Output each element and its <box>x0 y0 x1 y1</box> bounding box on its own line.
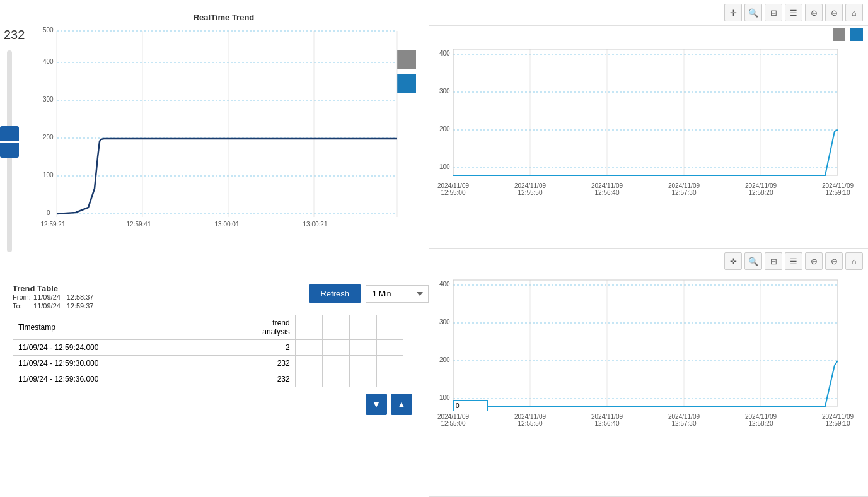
toolbar-zoom-out-btn[interactable]: ⊖ <box>825 4 843 21</box>
bottom-toolbar: ✛ 🔍 ⊟ ☰ ⊕ ⊖ ⌂ <box>429 248 868 274</box>
br-x-5: 2024/11/09 <box>745 413 777 420</box>
row2-timestamp: 11/09/24 - 12:59:30.000 <box>13 356 245 371</box>
toolbar-list-btn[interactable]: ☰ <box>785 4 802 21</box>
row2-e2 <box>322 356 349 371</box>
br-x-5b: 12:58:20 <box>749 420 773 427</box>
col-empty-4 <box>377 315 403 340</box>
trend-table-title: Trend Table <box>13 284 93 293</box>
main-container: 232 RealTime Trend 500 <box>0 0 868 497</box>
row3-e2 <box>322 371 349 387</box>
y-label-500: 500 <box>43 26 54 33</box>
nav-up-button[interactable]: ▲ <box>391 394 412 415</box>
refresh-button[interactable]: Refresh <box>309 284 361 303</box>
row2-e4 <box>377 356 403 371</box>
toolbar-home-btn[interactable]: ⌂ <box>845 4 863 21</box>
br-x-6: 2024/11/09 <box>822 413 854 420</box>
row3-e1 <box>295 371 322 387</box>
row1-e1 <box>295 340 322 356</box>
chart-input-fo[interactable] <box>453 400 491 412</box>
x-label-2: 12:59:41 <box>127 221 151 228</box>
row3-e3 <box>350 371 377 387</box>
bottom-toolbar-zoom-out-btn[interactable]: ⊖ <box>825 252 843 270</box>
row1-e4 <box>377 340 403 356</box>
col-timestamp: Timestamp <box>13 315 245 340</box>
tr-x-5: 2024/11/09 <box>745 182 777 189</box>
tr-y-200: 200 <box>439 126 450 132</box>
tr-x-2b: 12:55:50 <box>518 189 543 196</box>
toolbar-zoom-in-btn[interactable]: ⊕ <box>805 4 823 21</box>
table-row: 11/09/24 - 12:59:24.000 2 <box>13 340 404 356</box>
trend-table-section: Trend Table From: 11/09/24 - 12:58:37 To… <box>13 284 429 415</box>
top-right-chart-line <box>453 130 838 175</box>
y-label-300: 300 <box>43 96 54 103</box>
y-label-100: 100 <box>43 172 54 178</box>
bottom-toolbar-zoom-in-btn[interactable]: ⊕ <box>805 252 823 270</box>
top-right-chart-svg: 400 300 200 100 <box>434 46 844 223</box>
tr-x-3b: 12:56:40 <box>595 189 620 196</box>
toolbar-cursor-btn[interactable]: ⊟ <box>765 4 782 21</box>
tr-x-1b: 12:55:00 <box>441 189 466 196</box>
br-x-1: 2024/11/09 <box>437 413 469 420</box>
bottom-toolbar-home-btn[interactable]: ⌂ <box>845 252 863 270</box>
br-x-4: 2024/11/09 <box>668 413 700 420</box>
row3-e4 <box>377 371 403 387</box>
from-value: 11/09/24 - 12:58:37 <box>33 293 93 301</box>
y-label-200: 200 <box>43 134 54 141</box>
br-x-1b: 12:55:00 <box>441 420 466 427</box>
slider-area <box>0 38 19 278</box>
br-y-200: 200 <box>439 356 450 363</box>
main-chart-container: RealTime Trend 500 400 300 200 100 0 <box>25 13 422 278</box>
nav-down-button[interactable]: ▼ <box>366 394 387 415</box>
table-row: 11/09/24 - 12:59:30.000 232 <box>13 356 404 371</box>
trend-table-left: Trend Table From: 11/09/24 - 12:58:37 To… <box>13 284 93 311</box>
col-empty-2 <box>322 315 349 340</box>
x-label-3: 13:00:01 <box>215 221 240 228</box>
tr-x-1: 2024/11/09 <box>437 182 469 189</box>
bottom-toolbar-zoom-region-btn[interactable]: 🔍 <box>744 252 762 270</box>
bottom-toolbar-cursor-btn[interactable]: ⊟ <box>765 252 782 270</box>
top-legend-blue <box>850 28 863 41</box>
slider-thumb[interactable] <box>0 126 19 158</box>
main-chart-line <box>57 139 397 214</box>
y-label-0: 0 <box>47 209 50 216</box>
tr-x-4b: 12:57:30 <box>672 189 697 196</box>
br-x-2: 2024/11/09 <box>514 413 546 420</box>
tr-x-6b: 12:59:10 <box>826 189 850 196</box>
x-label-1: 12:59:21 <box>41 221 66 228</box>
interval-select[interactable]: 1 Min 5 Min 15 Min 30 Min 1 Hour <box>366 285 429 303</box>
bottom-right-chart-svg: 400 300 200 100 <box>434 277 844 453</box>
y-label-400: 400 <box>43 58 54 65</box>
top-legend-gray <box>833 28 845 41</box>
br-x-3b: 12:56:40 <box>595 420 620 427</box>
br-y-100: 100 <box>439 394 450 401</box>
trend-data-table: Timestamp trendanalysis 11/09/24 - 12:59… <box>13 315 403 387</box>
tr-x-5b: 12:58:20 <box>749 189 773 196</box>
tr-x-6: 2024/11/09 <box>822 182 854 189</box>
tr-x-3: 2024/11/09 <box>591 182 623 189</box>
tr-x-2: 2024/11/09 <box>514 182 546 189</box>
row1-e2 <box>322 340 349 356</box>
top-legend-area <box>429 26 868 44</box>
br-x-6b: 12:59:10 <box>826 420 850 427</box>
x-label-4: 13:00:21 <box>303 221 328 228</box>
row2-e3 <box>350 356 377 371</box>
chart-border <box>453 49 838 175</box>
col-analysis: trendanalysis <box>245 315 295 340</box>
slider-track[interactable] <box>7 50 12 252</box>
main-chart-svg: 500 400 300 200 100 0 <box>25 25 397 258</box>
toolbar-zoom-region-btn[interactable]: 🔍 <box>744 4 762 21</box>
bottom-toolbar-move-btn[interactable]: ✛ <box>724 252 742 270</box>
row1-value: 2 <box>245 340 295 356</box>
main-chart-svg-container: 500 400 300 200 100 0 <box>25 25 422 264</box>
tr-y-100: 100 <box>439 163 450 170</box>
chart-value-input[interactable] <box>453 400 488 411</box>
row2-e1 <box>295 356 322 371</box>
refresh-controls: Refresh 1 Min 5 Min 15 Min 30 Min 1 Hour <box>309 284 429 303</box>
col-empty-3 <box>350 315 377 340</box>
nav-buttons: ▼ ▲ <box>366 394 429 415</box>
slider-line-1 <box>0 141 6 143</box>
br-y-300: 300 <box>439 319 450 325</box>
toolbar-move-btn[interactable]: ✛ <box>724 4 742 21</box>
bottom-toolbar-list-btn[interactable]: ☰ <box>785 252 802 270</box>
from-row: From: 11/09/24 - 12:58:37 <box>13 293 93 301</box>
